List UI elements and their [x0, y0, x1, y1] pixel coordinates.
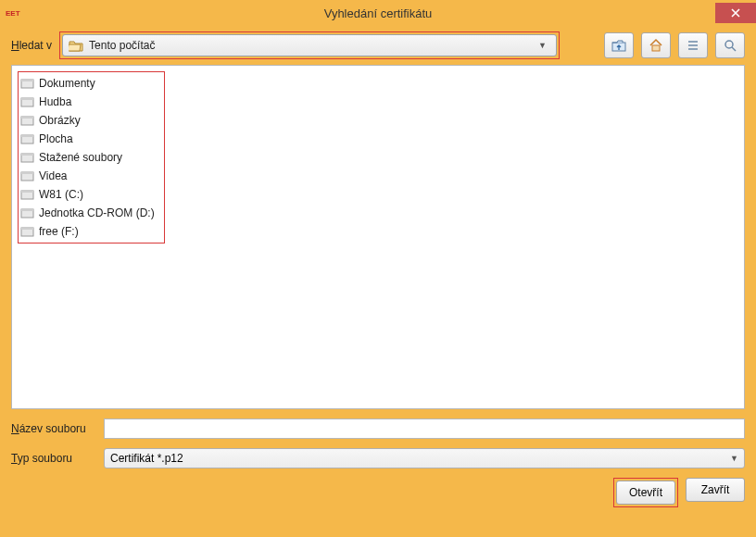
open-button[interactable]: Otevřít — [616, 481, 675, 505]
folder-open-icon — [69, 39, 83, 52]
button-bar: Otevřít Zavřít — [0, 468, 756, 517]
lookin-combo-highlight: Tento počítač ▼ — [59, 31, 560, 59]
fields: Název souboru Typ souboru Certifikát *.p… — [0, 415, 756, 468]
file-item[interactable]: W81 (C:) — [20, 185, 158, 204]
filetype-selected: Certifikát *.p12 — [110, 452, 183, 465]
svg-rect-22 — [21, 209, 33, 211]
file-panel[interactable]: DokumentyHudbaObrázkyPlochaStažené soubo… — [11, 65, 745, 409]
svg-line-6 — [732, 47, 736, 51]
svg-rect-8 — [21, 80, 33, 81]
close-button[interactable]: Zavřít — [686, 478, 745, 502]
file-list-highlight: DokumentyHudbaObrázkyPlochaStažené soubo… — [18, 71, 165, 244]
up-one-level-button[interactable] — [604, 32, 634, 58]
svg-rect-20 — [21, 191, 33, 193]
home-icon — [649, 38, 663, 53]
file-item[interactable]: Videa — [20, 167, 158, 185]
svg-rect-12 — [21, 117, 33, 119]
home-button[interactable] — [641, 32, 671, 58]
chevron-down-icon: ▼ — [730, 454, 738, 463]
file-item[interactable]: Jednotka CD-ROM (D:) — [20, 204, 158, 222]
file-item[interactable]: Dokumenty — [20, 74, 158, 93]
window-title: Vyhledání certifikátu — [0, 6, 756, 20]
file-item-label: free (F:) — [39, 225, 79, 238]
drive-icon — [20, 132, 35, 145]
chevron-down-icon: ▼ — [535, 41, 550, 50]
file-item[interactable]: Obrázky — [20, 111, 158, 130]
close-icon — [731, 8, 740, 18]
drive-icon — [20, 169, 35, 182]
file-item-label: Jednotka CD-ROM (D:) — [39, 206, 155, 219]
window-close-button[interactable] — [715, 3, 756, 23]
svg-point-5 — [725, 41, 733, 48]
file-item[interactable]: free (F:) — [20, 222, 158, 241]
file-item[interactable]: Plocha — [20, 130, 158, 148]
file-item-label: Dokumenty — [39, 77, 95, 90]
drive-icon — [20, 151, 35, 164]
svg-rect-1 — [652, 45, 660, 51]
toolbar: Hledat v Tento počítač ▼ — [0, 26, 756, 65]
file-item-label: W81 (C:) — [39, 188, 83, 201]
drive-icon — [20, 77, 35, 90]
titlebar: EET Vyhledání certifikátu — [0, 0, 756, 26]
preview-button[interactable] — [715, 32, 745, 58]
svg-rect-18 — [21, 172, 33, 174]
file-item-label: Videa — [39, 169, 67, 182]
filename-input[interactable] — [104, 418, 745, 439]
lookin-combo[interactable]: Tento počítač ▼ — [62, 34, 557, 56]
file-item[interactable]: Stažené soubory — [20, 148, 158, 167]
details-view-button[interactable] — [678, 32, 708, 58]
filename-label: Název souboru — [11, 422, 96, 435]
app-badge: EET — [0, 9, 26, 18]
lookin-label: Hledat v — [11, 39, 52, 52]
magnifier-icon — [723, 38, 737, 53]
filetype-label: Typ souboru — [11, 452, 96, 465]
lookin-selected: Tento počítač — [89, 39, 529, 52]
drive-icon — [20, 225, 35, 238]
drive-icon — [20, 114, 35, 127]
file-item-label: Stažené soubory — [39, 151, 122, 164]
svg-rect-24 — [21, 228, 33, 230]
open-button-highlight: Otevřít — [613, 478, 678, 507]
svg-rect-10 — [21, 98, 33, 100]
svg-rect-14 — [21, 135, 33, 137]
filetype-combo[interactable]: Certifikát *.p12 ▼ — [104, 448, 745, 468]
drive-icon — [20, 188, 35, 201]
list-icon — [686, 38, 700, 53]
drive-icon — [20, 95, 35, 108]
up-folder-icon — [611, 38, 626, 53]
file-item-label: Plocha — [39, 132, 73, 145]
drive-icon — [20, 206, 35, 219]
svg-rect-16 — [21, 154, 33, 156]
file-item[interactable]: Hudba — [20, 93, 158, 111]
file-item-label: Hudba — [39, 95, 71, 108]
file-item-label: Obrázky — [39, 114, 81, 127]
